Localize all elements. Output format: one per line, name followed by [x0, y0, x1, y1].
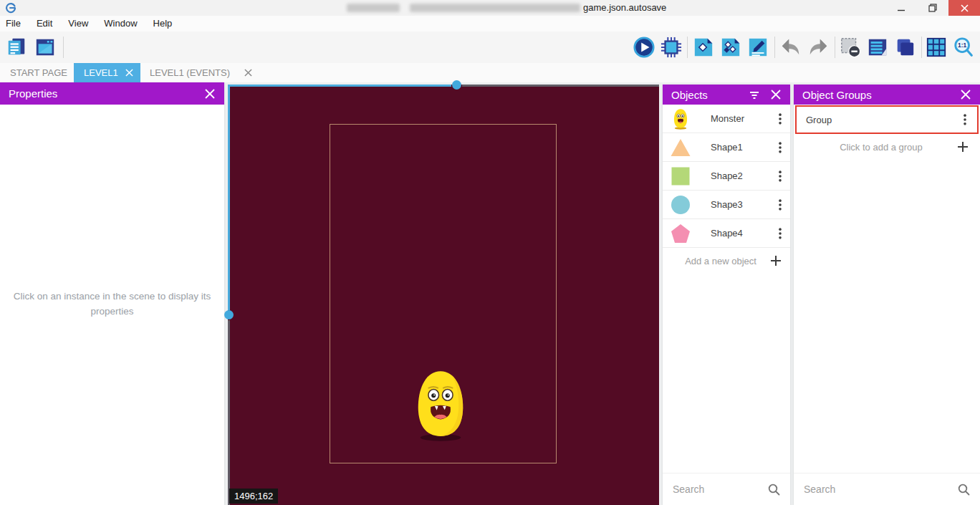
object-row-shape1[interactable]: Shape1 — [663, 133, 790, 162]
add-group-button[interactable]: Click to add a group — [794, 134, 980, 160]
plus-icon — [957, 141, 969, 153]
titlebar: game.json.autosave — [0, 0, 980, 16]
objects-header: Objects — [663, 85, 790, 105]
object-row-shape4[interactable]: Shape4 — [663, 219, 790, 248]
object-menu-icon[interactable] — [777, 141, 783, 154]
object-label: Shape1 — [711, 142, 777, 153]
add-object-button[interactable]: Add a new object — [663, 248, 790, 274]
properties-header: Properties — [0, 82, 224, 105]
groups-search-bar — [794, 473, 980, 505]
title-redacted — [410, 4, 580, 12]
menu-view[interactable]: View — [60, 16, 96, 32]
preview-play-icon[interactable] — [633, 37, 655, 58]
groups-search-input[interactable] — [804, 484, 958, 495]
horizontal-scroll-thumb[interactable] — [452, 80, 461, 90]
group-row-highlighted[interactable]: Group — [795, 105, 979, 134]
edit-scene-icon[interactable] — [747, 37, 769, 58]
close-tab-icon[interactable] — [125, 69, 133, 77]
panel-title: Object Groups — [802, 89, 950, 101]
toolbar-divider — [687, 37, 688, 58]
scene-canvas[interactable]: 1496;162 — [228, 85, 659, 505]
objects-panel: Objects Monster Shape1 — [663, 85, 790, 505]
tab-label: START PAGE — [10, 67, 67, 78]
add-object-label: Add a new object — [671, 256, 770, 266]
object-menu-icon[interactable] — [777, 170, 783, 183]
minimize-icon — [898, 4, 905, 12]
object-menu-icon[interactable] — [777, 227, 783, 240]
panel-title: Objects — [671, 89, 739, 101]
tab-level1-events[interactable]: LEVEL1 (EVENTS) — [147, 63, 252, 82]
object-menu-icon[interactable] — [777, 198, 783, 211]
tab-label: LEVEL1 — [84, 67, 118, 78]
object-label: Monster — [711, 113, 777, 124]
pentagon-thumbnail — [670, 223, 691, 244]
vertical-scroll-thumb[interactable] — [224, 310, 234, 319]
title-redacted — [347, 4, 400, 12]
search-icon — [768, 484, 780, 496]
instances-icon[interactable] — [720, 37, 741, 58]
toolbar-divider — [921, 37, 922, 58]
properties-empty-message: Click on an instance in the scene to dis… — [0, 289, 224, 319]
window-controls — [885, 0, 980, 16]
close-tab-icon[interactable] — [244, 69, 252, 77]
horizontal-scrollbar[interactable] — [462, 85, 659, 87]
menu-help[interactable]: Help — [145, 16, 181, 32]
object-groups-panel: Object Groups Group Click to add a group — [794, 85, 980, 505]
object-label: Shape2 — [711, 170, 777, 181]
object-row-shape2[interactable]: Shape2 — [663, 162, 790, 191]
zoom-1-1-icon[interactable]: 1:1 — [953, 37, 974, 58]
close-window-button[interactable] — [948, 0, 980, 16]
monster-instance[interactable] — [413, 368, 469, 443]
restore-button[interactable] — [917, 0, 948, 16]
object-row-monster[interactable]: Monster — [663, 105, 790, 133]
new-object-icon[interactable] — [693, 37, 714, 58]
toolbar-divider — [774, 37, 775, 58]
triangle-thumbnail — [670, 137, 691, 158]
panel-title: Properties — [9, 87, 194, 100]
grid-icon[interactable] — [926, 37, 947, 58]
mask-icon[interactable] — [840, 37, 861, 58]
add-group-label: Click to add a group — [805, 142, 957, 153]
tabstrip: START PAGE LEVEL1 LEVEL1 (EVENTS) — [0, 63, 980, 82]
minimize-button[interactable] — [885, 0, 917, 16]
project-manager-icon[interactable] — [6, 37, 27, 58]
object-menu-icon[interactable] — [777, 112, 783, 125]
undo-icon[interactable] — [780, 37, 802, 58]
tab-level1[interactable]: LEVEL1 — [74, 63, 140, 82]
monster-thumbnail — [670, 108, 691, 130]
window-title: game.json.autosave — [583, 2, 666, 13]
toolbar-divider — [835, 37, 835, 58]
horizontal-scrollbar[interactable] — [228, 85, 451, 87]
menu-file[interactable]: File — [0, 16, 29, 32]
cursor-coordinates: 1496;162 — [229, 489, 278, 504]
objects-search-input[interactable] — [673, 484, 768, 495]
objects-search-bar — [663, 473, 790, 505]
object-row-shape3[interactable]: Shape3 — [663, 191, 790, 219]
tab-label: LEVEL1 (EVENTS) — [150, 67, 230, 78]
filter-icon[interactable] — [749, 89, 760, 100]
search-icon — [958, 484, 970, 496]
group-menu-icon[interactable] — [962, 113, 968, 126]
close-panel-icon[interactable] — [770, 89, 782, 100]
layers-icon[interactable] — [894, 37, 916, 58]
objects-list-icon[interactable] — [867, 37, 888, 58]
vertical-scrollbar[interactable] — [228, 85, 230, 310]
close-panel-icon[interactable] — [204, 88, 216, 100]
gdevelop-logo — [5, 2, 16, 14]
object-label: Shape4 — [711, 228, 777, 239]
close-panel-icon[interactable] — [960, 89, 971, 100]
tab-start-page[interactable]: START PAGE — [0, 63, 77, 82]
square-thumbnail — [670, 165, 691, 187]
properties-panel: Properties Click on an instance in the s… — [0, 82, 224, 505]
restore-icon — [928, 4, 937, 12]
object-groups-header: Object Groups — [794, 85, 980, 105]
redo-icon[interactable] — [807, 37, 829, 58]
menubar: File Edit View Window Help — [0, 16, 980, 32]
toolbar: 1:1 — [0, 32, 980, 63]
menu-edit[interactable]: Edit — [29, 16, 60, 32]
open-project-icon[interactable] — [34, 37, 56, 58]
svg-text:1:1: 1:1 — [958, 42, 966, 49]
debugger-icon[interactable] — [660, 37, 682, 58]
menu-window[interactable]: Window — [96, 16, 145, 32]
vertical-scrollbar[interactable] — [228, 320, 230, 505]
